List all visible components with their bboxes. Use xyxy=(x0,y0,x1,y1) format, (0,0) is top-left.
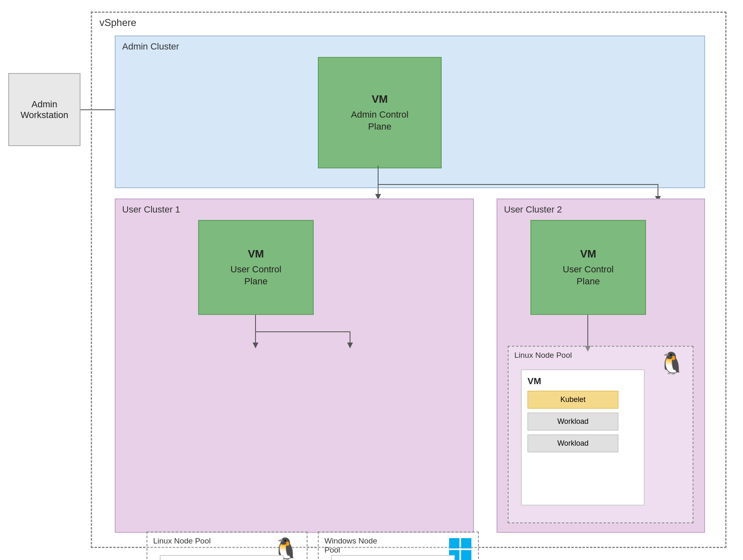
arrow-uc1-left-down xyxy=(255,331,256,348)
uc2-vm-label: VM xyxy=(580,248,596,260)
svg-rect-0 xyxy=(449,538,459,548)
arrow-acp-horizontal xyxy=(378,184,658,185)
arrow-acp-vertical xyxy=(378,165,379,199)
vsphere-container: vSphere Admin Cluster VM Admin ControlPl… xyxy=(91,12,726,548)
linux-node-pool-2-label: Linux Node Pool xyxy=(514,351,572,360)
user-cluster-1-label: User Cluster 1 xyxy=(122,204,180,215)
svg-rect-1 xyxy=(461,538,471,548)
linux-pool-2-workload-1: Workload xyxy=(528,413,618,430)
linux-node-pool-1-label: Linux Node Pool xyxy=(153,536,211,546)
arrow-uc1-right-down xyxy=(350,331,350,348)
uc1-cp-vm: VM User ControlPlane xyxy=(198,220,314,315)
admin-cp-vm-label: VM xyxy=(372,93,388,106)
uc1-vm-label: VM xyxy=(248,248,264,260)
linux-pool-1-vm-box: VM Kubelet Workload Workload xyxy=(160,555,284,560)
admin-cluster-label: Admin Cluster xyxy=(122,41,179,52)
linux-pool-2-vm-box: VM Kubelet Workload Workload xyxy=(521,369,645,506)
windows-node-pool-label: Windows NodePool xyxy=(324,536,377,555)
admin-cluster: Admin Cluster VM Admin ControlPlane xyxy=(115,35,705,188)
windows-pool-vm-box: VM Kubelet Workload Workload xyxy=(331,555,455,560)
vsphere-label: vSphere xyxy=(99,17,136,28)
linux-penguin-icon-2: 🐧 xyxy=(658,351,685,376)
arrow-uc1-h xyxy=(255,331,350,332)
uc2-cp-vm: VM User ControlPlane xyxy=(530,220,646,315)
diagram-root: AdminWorkstation vSphere Admin Cluster V… xyxy=(0,0,743,560)
user-cluster-1: User Cluster 1 VM User ControlPlane Linu… xyxy=(115,198,474,533)
user-cluster-2-label: User Cluster 2 xyxy=(504,204,562,215)
svg-rect-3 xyxy=(461,550,471,560)
user-cluster-2: User Cluster 2 VM User ControlPlane Linu… xyxy=(497,198,705,533)
admin-cp-vm: VM Admin ControlPlane xyxy=(318,57,442,168)
uc1-vm-sublabel: User ControlPlane xyxy=(230,264,281,287)
linux-node-pool-1: Linux Node Pool 🐧 VM Kubelet Workload Wo… xyxy=(147,532,308,560)
linux-node-pool-2: Linux Node Pool 🐧 VM Kubelet Workload Wo… xyxy=(508,346,693,523)
windows-node-pool: Windows NodePool VM Kubelet Workload Wor xyxy=(318,532,479,560)
admin-cp-vm-sublabel: Admin ControlPlane xyxy=(351,109,408,132)
uc2-vm-sublabel: User ControlPlane xyxy=(563,264,613,287)
linux-pool-2-workload-2: Workload xyxy=(528,435,618,452)
linux-pool-2-kubelet: Kubelet xyxy=(528,391,618,409)
linux-pool-2-vm-label: VM xyxy=(528,376,638,387)
admin-workstation: AdminWorkstation xyxy=(8,73,80,146)
admin-workstation-label: AdminWorkstation xyxy=(21,99,69,121)
